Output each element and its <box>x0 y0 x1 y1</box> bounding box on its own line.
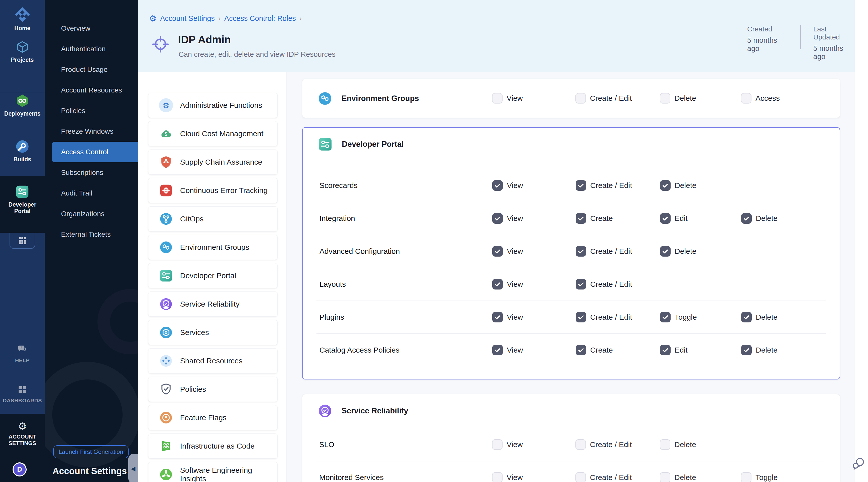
resource-item-policies[interactable]: Policies <box>148 377 278 402</box>
sidebar-item-audit-trail[interactable]: Audit Trail <box>45 183 138 204</box>
rail-item-help[interactable]: ? HELP <box>0 344 45 364</box>
module-rail: Home Projects Deployments Builds Develop <box>0 0 45 482</box>
sidebar-item-authentication[interactable]: Authentication <box>45 39 138 59</box>
svg-text:$: $ <box>164 131 167 137</box>
checkbox-edit[interactable] <box>660 345 671 355</box>
module-picker-tab[interactable] <box>9 233 35 249</box>
sidebar-item-account-resources[interactable]: Account Resources <box>45 80 138 100</box>
rail-item-developer-portal[interactable]: Developer Portal <box>0 184 45 214</box>
sidebar-item-access-control[interactable]: Access Control <box>52 142 138 162</box>
checkbox-view[interactable] <box>492 180 503 191</box>
checkbox-toggle[interactable] <box>741 472 751 482</box>
checkbox-create-edit[interactable] <box>576 312 586 323</box>
checkbox-view[interactable] <box>492 472 502 482</box>
checkbox-delete[interactable] <box>660 439 670 450</box>
breadcrumb-link-account-settings[interactable]: Account Settings <box>160 14 215 23</box>
rail-item-dashboards[interactable]: DASHBOARDS <box>0 385 45 404</box>
resource-item-supply-chain-assurance[interactable]: Supply Chain Assurance <box>148 150 278 175</box>
permission-card-environment-groups: Environment Groups View Create / Edit De… <box>302 79 840 118</box>
rail-item-label: Home <box>14 25 30 31</box>
sidebar-item-overview[interactable]: Overview <box>45 18 138 39</box>
rail-item-projects[interactable]: Projects <box>0 40 45 63</box>
permission-card-service-reliability: Service Reliability SLO View Create / Ed… <box>302 394 840 482</box>
resource-item-service-reliability[interactable]: Service Reliability <box>148 292 278 317</box>
settings-sidebar: Overview Authentication Product Usage Ac… <box>45 0 138 482</box>
checkbox-view[interactable] <box>492 279 503 290</box>
permission-row-slo: SLO View Create / Edit Delete <box>302 428 840 461</box>
help-icon: ? <box>17 344 28 355</box>
checkbox-edit[interactable] <box>660 213 671 224</box>
resource-item-infrastructure-as-code[interactable]: Infrastructure as Code <box>148 433 278 459</box>
rail-item-label: Deployments <box>4 110 40 117</box>
checkbox-create-edit[interactable] <box>576 246 586 257</box>
meta-divider <box>800 25 801 49</box>
checkbox-view[interactable] <box>492 213 503 224</box>
created-value: 5 months ago <box>747 36 788 53</box>
resource-item-cloud-cost-management[interactable]: $ Cloud Cost Management <box>148 121 278 146</box>
supply-chain-icon <box>159 155 173 169</box>
sidebar-item-policies[interactable]: Policies <box>45 100 138 121</box>
checkbox-create[interactable] <box>576 213 586 224</box>
checkbox-create-edit[interactable] <box>576 180 586 191</box>
checkbox-create-edit[interactable] <box>576 93 586 103</box>
resource-item-services[interactable]: Services <box>148 320 278 345</box>
resource-item-administrative-functions[interactable]: ⚙ Administrative Functions <box>148 93 278 118</box>
checkbox-view[interactable] <box>492 246 503 257</box>
permission-row-plugins: Plugins View Create / Edit Toggle Delete <box>303 301 840 333</box>
projects-icon <box>15 40 30 54</box>
permissions-panel: Environment Groups View Create / Edit De… <box>287 72 855 482</box>
resource-item-developer-portal[interactable]: Developer Portal <box>148 263 278 288</box>
checkbox-delete[interactable] <box>741 345 752 355</box>
error-tracking-icon <box>159 183 173 198</box>
permission-row-integration: Integration View Create Edit Delete <box>303 202 840 235</box>
sidebar-item-freeze-windows[interactable]: Freeze Windows <box>45 121 138 142</box>
grid-icon <box>17 236 28 246</box>
launch-first-generation-button[interactable]: Launch First Generation <box>53 445 129 458</box>
checkbox-view[interactable] <box>492 93 502 103</box>
sidebar-item-subscriptions[interactable]: Subscriptions <box>45 162 138 183</box>
rail-item-label: ACCOUNT SETTINGS <box>5 433 39 447</box>
checkbox-delete[interactable] <box>660 246 671 257</box>
permission-row-scorecards: Scorecards View Create / Edit Delete <box>303 169 840 202</box>
software-engineering-insights-icon <box>159 468 173 482</box>
rail-divider <box>0 92 45 92</box>
resource-item-environment-groups[interactable]: Environment Groups <box>148 235 278 260</box>
svg-text:?: ? <box>20 346 22 350</box>
administrative-functions-icon: ⚙ <box>159 98 173 112</box>
gear-watermark <box>97 289 138 354</box>
checkbox-delete[interactable] <box>741 312 752 323</box>
breadcrumb-link-access-control-roles[interactable]: Access Control: Roles <box>224 14 296 23</box>
rail-item-builds[interactable]: Builds <box>0 139 45 162</box>
resource-item-software-engineering-insights[interactable]: Software Engineering Insights <box>148 462 278 482</box>
checkbox-create-edit[interactable] <box>576 439 586 450</box>
sidebar-collapse-handle[interactable]: ◀ <box>128 454 138 482</box>
service-reliability-icon <box>159 297 173 311</box>
sidebar-item-external-tickets[interactable]: External Tickets <box>45 224 138 245</box>
sidebar-item-product-usage[interactable]: Product Usage <box>45 59 138 80</box>
checkbox-delete[interactable] <box>660 93 670 103</box>
rail-item-account-settings[interactable]: ⚙ ACCOUNT SETTINGS <box>0 421 45 447</box>
checkbox-delete[interactable] <box>660 180 671 191</box>
resource-item-feature-flags[interactable]: Feature Flags <box>148 405 278 430</box>
checkbox-create-edit[interactable] <box>576 472 586 482</box>
checkbox-create-edit[interactable] <box>576 279 586 290</box>
resource-item-shared-resources[interactable]: Shared Resources <box>148 348 278 373</box>
sidebar-item-organizations[interactable]: Organizations <box>45 204 138 224</box>
checkbox-create[interactable] <box>576 345 586 355</box>
checkbox-view[interactable] <box>492 312 503 323</box>
checkbox-view[interactable] <box>492 439 502 450</box>
resource-item-continuous-error-tracking[interactable]: Continuous Error Tracking <box>148 178 278 203</box>
checkbox-view[interactable] <box>492 345 503 355</box>
created-label: Created <box>747 25 788 33</box>
breadcrumb-chevron: › <box>299 14 302 23</box>
support-chat-icon[interactable] <box>851 454 866 472</box>
checkbox-delete[interactable] <box>660 472 670 482</box>
rail-item-deployments[interactable]: Deployments <box>0 93 45 117</box>
rail-item-home[interactable]: Home <box>0 6 45 31</box>
checkbox-access[interactable] <box>741 93 751 103</box>
resource-item-gitops[interactable]: GitOps <box>148 206 278 232</box>
checkbox-toggle[interactable] <box>660 312 671 323</box>
checkbox-delete[interactable] <box>741 213 752 224</box>
environment-groups-icon <box>159 240 173 254</box>
user-avatar[interactable]: D <box>12 462 27 477</box>
